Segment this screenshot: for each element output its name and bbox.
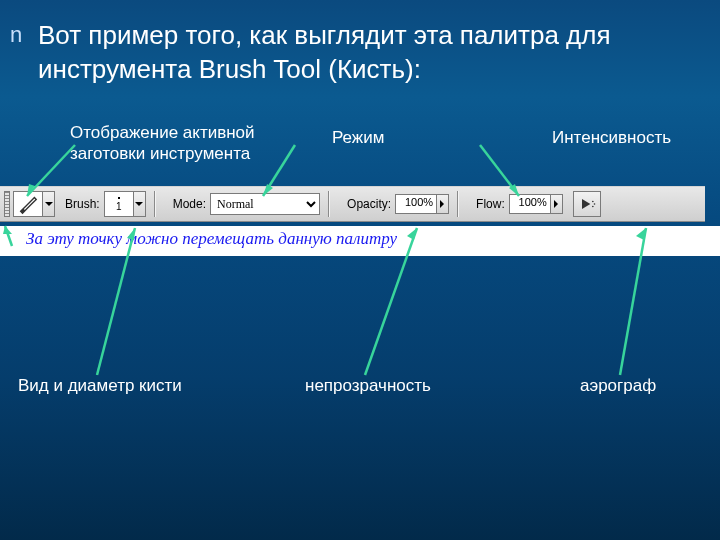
svg-marker-12 bbox=[407, 228, 417, 240]
svg-line-9 bbox=[97, 228, 135, 375]
svg-marker-10 bbox=[127, 228, 135, 240]
svg-line-11 bbox=[365, 228, 417, 375]
svg-line-3 bbox=[27, 145, 75, 196]
svg-marker-6 bbox=[263, 184, 273, 196]
svg-line-13 bbox=[620, 228, 646, 375]
annotation-arrows bbox=[0, 0, 720, 540]
